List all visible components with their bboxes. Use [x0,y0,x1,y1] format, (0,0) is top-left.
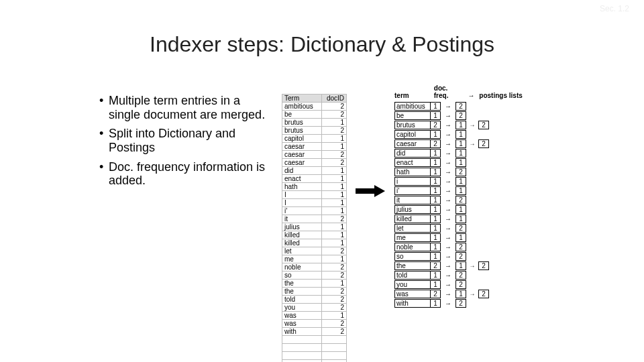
header-postings: postings lists [479,92,522,99]
table-row: did1 [282,167,347,175]
term-docid-table: TermdocIDambitious2be2brutus1brutus2capi… [282,94,347,362]
table-row: I1 [282,191,347,199]
header-arrow: → [466,92,478,99]
table-row: you2 [282,304,347,312]
table-row: killed1 [282,231,347,239]
dict-row: caesar2→1→2 [394,139,523,148]
dict-row: let1→2 [394,224,523,233]
dict-row: it1→2 [394,196,523,204]
dict-row: the2→1→2 [394,261,523,270]
table-row: the2 [282,288,347,296]
table-row: me1 [282,255,347,263]
table-row: capitol1 [282,135,347,143]
table-row [282,336,347,344]
arrow-icon [356,186,385,196]
dict-row: was2→1→2 [394,290,523,298]
table-row: julius1 [282,223,347,231]
dict-row: be1→2 [394,111,523,120]
dict-row: told1→2 [394,271,523,280]
dict-row: i'1→1 [394,186,523,195]
table-row: caesar2 [282,151,347,159]
table-row: ambitious2 [282,103,347,111]
dict-row: enact1→1 [394,158,523,167]
bullet-item: Doc. frequency information is added. [99,160,267,188]
dict-row: with1→2 [394,299,523,308]
bullet-list: Multiple term entries in a single docume… [99,94,267,193]
table-row: I1 [282,199,347,207]
dict-row: i1→1 [394,177,523,186]
dict-row: me1→1 [394,233,523,242]
table-row: told2 [282,296,347,304]
table-row: was1 [282,312,347,320]
table-row: with2 [282,328,347,336]
table-row: noble2 [282,263,347,272]
table-row: the1 [282,280,347,288]
table-row: hath1 [282,183,347,191]
table-row: killed1 [282,239,347,247]
table-row: caesar2 [282,159,347,167]
dict-row: hath1→2 [394,168,523,176]
bullet-item: Split into Dictionary and Postings [99,127,267,154]
section-ref: Sec. 1.2 [600,4,629,13]
table-row [282,344,347,352]
table-row: i'1 [282,207,347,215]
bullet-item: Multiple term entries in a single docume… [99,94,267,121]
table-row [282,360,347,363]
dict-row: brutus2→1→2 [394,121,523,129]
dict-row: killed1→1 [394,215,523,223]
dict-row: you1→2 [394,280,523,289]
header-docfreq: doc. freq. [434,84,464,99]
header-term: term [394,92,432,99]
table-row [282,352,347,360]
dict-row: ambitious1→2 [394,102,523,111]
dict-row: capitol1→1 [394,130,523,139]
table-row: be2 [282,111,347,119]
table-row: enact1 [282,175,347,183]
slide-title: Indexer steps: Dictionary & Postings [0,32,644,57]
table-row: it2 [282,215,347,223]
dictionary-postings: term doc. freq. → postings lists ambitio… [394,84,523,308]
dict-row: so1→2 [394,252,523,261]
table-row: caesar1 [282,143,347,151]
table-row: brutus2 [282,127,347,135]
dict-row: noble1→2 [394,243,523,251]
dict-row: did1→1 [394,149,523,158]
table-row: brutus1 [282,119,347,127]
table-row: let2 [282,247,347,255]
table-row: so2 [282,272,347,280]
table-row: was2 [282,320,347,328]
dict-row: julius1→1 [394,205,523,214]
